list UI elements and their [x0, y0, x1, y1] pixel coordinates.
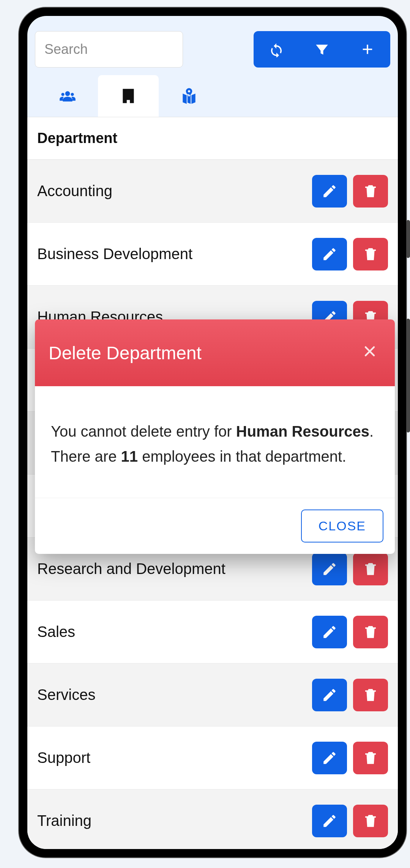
people-icon [58, 86, 77, 105]
app-screen: Search [27, 16, 398, 849]
filter-icon [314, 41, 330, 57]
refresh-button[interactable] [254, 31, 299, 68]
trash-icon [363, 624, 378, 640]
filter-button[interactable] [299, 31, 345, 68]
delete-modal: Delete Department You cannot delete entr… [35, 319, 395, 554]
building-icon [119, 86, 138, 105]
tab-department[interactable] [98, 75, 159, 117]
department-name: Accounting [37, 182, 312, 200]
list-header: Department [27, 117, 398, 160]
trash-icon [363, 183, 378, 199]
department-name: Training [37, 812, 312, 829]
modal-title: Delete Department [49, 343, 202, 363]
edit-button[interactable] [312, 175, 347, 208]
close-button[interactable]: CLOSE [301, 509, 383, 542]
delete-button[interactable] [353, 679, 388, 711]
add-button[interactable] [345, 31, 390, 68]
row-actions [312, 742, 388, 774]
delete-button[interactable] [353, 805, 388, 837]
trash-icon [363, 813, 378, 829]
edit-icon [322, 750, 337, 766]
row-actions [312, 679, 388, 711]
edit-icon [322, 813, 337, 829]
modal-header: Delete Department [35, 319, 395, 386]
row-actions [312, 805, 388, 837]
edit-button[interactable] [312, 238, 347, 270]
department-name: Research and Development [37, 560, 312, 577]
phone-side-button [406, 220, 410, 258]
edit-button[interactable] [312, 742, 347, 774]
row-actions [312, 238, 388, 270]
delete-button[interactable] [353, 616, 388, 648]
edit-button[interactable] [312, 805, 347, 837]
row-actions [312, 175, 388, 208]
trash-icon [363, 246, 378, 262]
trash-icon [363, 561, 378, 577]
department-name: Business Development [37, 245, 312, 263]
table-row: Business Development [27, 223, 398, 286]
edit-icon [322, 624, 337, 640]
modal-entity: Human Resources [236, 423, 369, 440]
delete-button[interactable] [353, 553, 388, 585]
table-row: Sales [27, 601, 398, 664]
delete-button[interactable] [353, 175, 388, 208]
topbar: Search [27, 16, 398, 75]
modal-body: You cannot delete entry for Human Resour… [35, 386, 395, 498]
map-icon [180, 86, 199, 105]
table-row: Services [27, 664, 398, 726]
row-actions [312, 616, 388, 648]
table-row: Training [27, 789, 398, 849]
modal-text: You cannot delete entry for [51, 423, 236, 440]
row-actions [312, 553, 388, 585]
phone-side-button [406, 319, 410, 432]
modal-footer: CLOSE [35, 498, 395, 554]
trash-icon [363, 750, 378, 766]
department-name: Services [37, 686, 312, 703]
delete-button[interactable] [353, 742, 388, 774]
table-row: Support [27, 726, 398, 789]
edit-icon [322, 183, 337, 199]
modal-text: employees in that department. [138, 448, 346, 465]
tab-location[interactable] [159, 75, 219, 117]
department-name: Sales [37, 623, 312, 640]
tabs [27, 75, 398, 117]
search-placeholder: Search [44, 41, 88, 57]
phone-frame: Search [19, 8, 406, 857]
edit-icon [322, 246, 337, 262]
tab-people[interactable] [37, 75, 98, 117]
trash-icon [363, 687, 378, 703]
search-input[interactable]: Search [35, 31, 183, 68]
modal-close-button[interactable] [358, 341, 381, 364]
plus-icon [360, 41, 375, 57]
close-icon [361, 343, 378, 360]
edit-button[interactable] [312, 553, 347, 585]
edit-icon [322, 687, 337, 703]
edit-icon [322, 561, 337, 577]
table-row: Accounting [27, 160, 398, 223]
delete-button[interactable] [353, 238, 388, 270]
edit-button[interactable] [312, 616, 347, 648]
toolbar-actions [254, 31, 390, 68]
refresh-icon [268, 41, 284, 57]
edit-button[interactable] [312, 679, 347, 711]
modal-count: 11 [121, 448, 138, 465]
department-name: Support [37, 749, 312, 766]
